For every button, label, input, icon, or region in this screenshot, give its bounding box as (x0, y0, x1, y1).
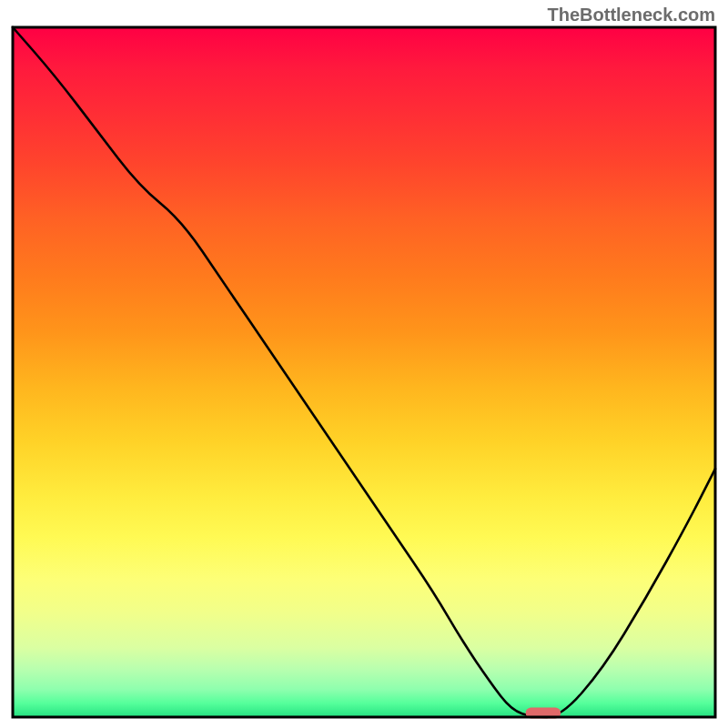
plot-overlay (13, 27, 715, 717)
watermark-text: TheBottleneck.com (548, 5, 715, 25)
plot-area (13, 27, 715, 717)
axes-frame (13, 27, 715, 717)
bottleneck-curve (13, 27, 715, 717)
chart-container: TheBottleneck.com (0, 0, 728, 728)
